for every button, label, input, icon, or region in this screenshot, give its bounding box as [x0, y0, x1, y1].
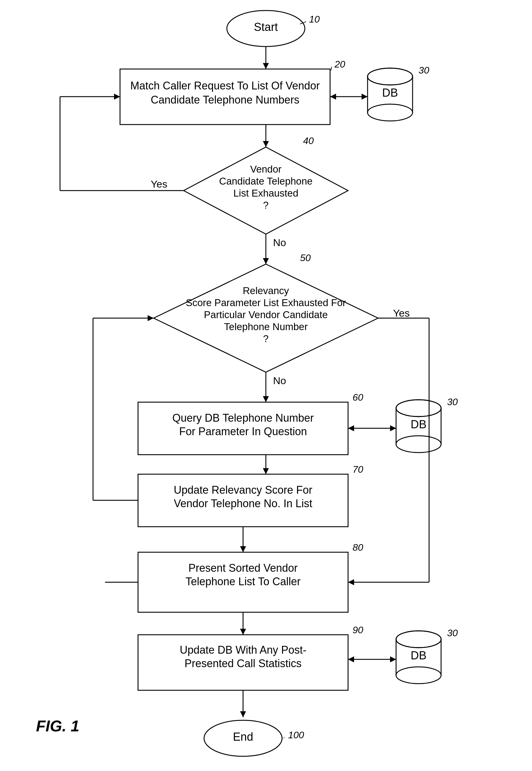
svg-text:90: 90 — [353, 625, 363, 635]
svg-marker-20 — [330, 94, 336, 100]
svg-marker-32 — [263, 258, 269, 264]
svg-marker-59 — [263, 468, 269, 474]
svg-marker-19 — [362, 94, 368, 100]
svg-point-91 — [397, 631, 440, 647]
svg-text:30: 30 — [447, 628, 458, 638]
svg-text:Relevancy: Relevancy — [243, 285, 289, 296]
svg-text:20: 20 — [334, 59, 345, 70]
svg-marker-96 — [390, 656, 396, 662]
svg-text:70: 70 — [353, 464, 363, 475]
svg-text:Start: Start — [254, 21, 278, 33]
svg-point-14 — [368, 69, 412, 84]
svg-text:Candidate Telephone Numbers: Candidate Telephone Numbers — [151, 94, 299, 106]
svg-text:Telephone List To Caller: Telephone List To Caller — [185, 575, 301, 588]
svg-marker-22 — [263, 141, 269, 147]
svg-text:Query DB Telephone Number: Query DB Telephone Number — [172, 412, 314, 424]
svg-marker-5 — [263, 63, 269, 69]
svg-text:Update DB With Any Post-: Update DB With Any Post- — [180, 644, 306, 656]
svg-text:End: End — [233, 730, 253, 743]
svg-marker-83 — [240, 629, 246, 635]
svg-marker-43 — [263, 396, 269, 402]
svg-text:Telephone Number: Telephone Number — [224, 321, 308, 332]
svg-marker-81 — [114, 94, 120, 100]
svg-text:?: ? — [263, 200, 269, 211]
svg-marker-57 — [348, 425, 354, 431]
svg-line-103 — [282, 737, 285, 738]
flowchart-diagram: Start 10 Match Caller Request To List Of… — [0, 0, 532, 771]
svg-text:Vendor Telephone No. In List: Vendor Telephone No. In List — [174, 497, 312, 510]
svg-text:?: ? — [263, 333, 269, 344]
svg-point-90 — [396, 667, 441, 684]
svg-point-50 — [396, 436, 441, 453]
svg-text:30: 30 — [419, 65, 429, 76]
svg-text:Yes: Yes — [151, 178, 167, 190]
svg-text:Candidate Telephone: Candidate Telephone — [219, 176, 312, 187]
svg-text:No: No — [273, 237, 286, 248]
svg-text:No: No — [273, 375, 286, 386]
svg-marker-99 — [240, 711, 246, 717]
svg-text:DB: DB — [411, 418, 427, 431]
svg-marker-67 — [148, 315, 154, 321]
svg-text:DB: DB — [382, 86, 398, 99]
svg-marker-69 — [240, 546, 246, 552]
figure-label: FIG. 1 — [36, 717, 79, 735]
svg-text:List Exhausted: List Exhausted — [233, 188, 298, 199]
svg-text:50: 50 — [300, 252, 311, 263]
svg-point-51 — [397, 400, 440, 416]
svg-text:Match Caller Request To List O: Match Caller Request To List Of Vendor — [130, 80, 320, 92]
svg-text:60: 60 — [353, 392, 363, 403]
svg-text:100: 100 — [288, 730, 304, 740]
svg-text:Update Relevancy Score For: Update Relevancy Score For — [174, 484, 312, 496]
svg-marker-73 — [348, 579, 354, 585]
svg-marker-97 — [348, 656, 354, 662]
svg-text:For Parameter In Question: For Parameter In Question — [179, 425, 307, 438]
svg-text:Presented Call Statistics: Presented Call Statistics — [185, 657, 302, 670]
svg-point-13 — [368, 104, 413, 121]
svg-text:Score Parameter List Exhausted: Score Parameter List Exhausted For — [186, 297, 346, 308]
svg-line-10 — [331, 67, 332, 71]
svg-text:40: 40 — [303, 135, 314, 146]
svg-text:10: 10 — [309, 14, 320, 25]
svg-text:30: 30 — [447, 396, 458, 407]
svg-text:Yes: Yes — [393, 307, 410, 319]
svg-text:Present Sorted Vendor: Present Sorted Vendor — [188, 562, 298, 574]
svg-marker-56 — [390, 425, 396, 431]
svg-text:Particular Vendor Candidate: Particular Vendor Candidate — [204, 309, 328, 320]
svg-text:80: 80 — [353, 542, 363, 553]
svg-text:DB: DB — [411, 649, 427, 662]
svg-text:Vendor: Vendor — [250, 164, 282, 175]
